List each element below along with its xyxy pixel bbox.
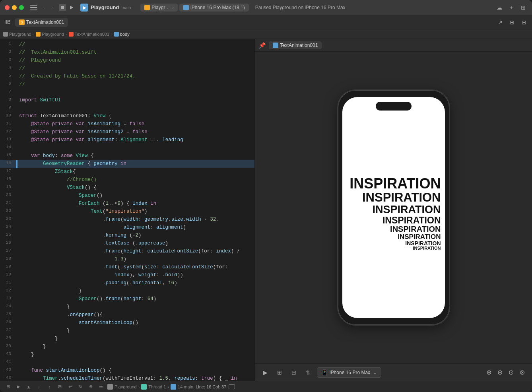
navigator-button[interactable] <box>3 17 13 27</box>
code-line-27[interactable]: 27 .frame(height: calculateFontSize(for:… <box>0 247 254 255</box>
code-line-22[interactable]: 22 Text("inspiration") <box>0 208 254 215</box>
status-icon-9[interactable]: ⊕ <box>87 383 95 391</box>
status-icon-7[interactable]: ↩ <box>66 383 74 391</box>
iphone-screen: INSPIRATION INSPIRATION INSPIRATION INSP… <box>342 97 445 318</box>
run-button[interactable] <box>68 4 76 12</box>
code-line-9[interactable]: 9 <box>0 104 254 112</box>
code-line-38[interactable]: 38 } <box>0 335 254 343</box>
device-selector[interactable]: 📱 iPhone 16 Pro Max ⌄ <box>317 367 381 378</box>
code-line-8[interactable]: 8import SwiftUI <box>0 96 254 104</box>
add-tab-button[interactable]: + <box>507 4 515 12</box>
cloud-icon[interactable]: ☁ <box>495 4 503 12</box>
code-line-26[interactable]: 26 .textCase (.uppercase) <box>0 239 254 247</box>
code-line-13[interactable]: 13 @State private var alignment: Alignme… <box>0 136 254 144</box>
line-number: 4 <box>3 64 16 72</box>
status-icon-8[interactable]: ↻ <box>76 383 84 391</box>
tab-playground[interactable]: Playgr… › <box>140 4 178 12</box>
status-icon-3[interactable]: ▲ <box>25 383 33 391</box>
status-icon-1[interactable]: ⊞ <box>4 383 12 391</box>
status-icon-5[interactable]: ↑ <box>45 383 53 391</box>
line-indicator <box>16 72 17 80</box>
code-line-12[interactable]: 12 @State private var isAnimating2 = fal… <box>0 128 254 136</box>
zoom-fit-button[interactable]: ⊙ <box>506 367 516 378</box>
code-line-24[interactable]: 24 alignment: alignment) <box>0 223 254 231</box>
code-line-2[interactable]: 2// TextAnimation001.swift <box>0 49 254 56</box>
sidebar-toggle[interactable] <box>30 5 37 10</box>
file-tab[interactable]: S TextAnimation001 <box>15 18 68 27</box>
zoom-in-button[interactable]: ⊕ <box>483 367 494 378</box>
grid-button[interactable]: ⊟ <box>288 367 299 378</box>
line-indicator <box>16 192 17 200</box>
code-line-19[interactable]: 19 VStack() { <box>0 184 254 192</box>
code-line-33[interactable]: 33 Spacer().frame(height: 64) <box>0 295 254 303</box>
code-content: 1.3) <box>19 255 251 263</box>
code-line-18[interactable]: 18 //Chrome() <box>0 176 254 184</box>
code-line-25[interactable]: 25 .kerning (-2) <box>0 231 254 239</box>
code-line-21[interactable]: 21 ForEach (1..<9) { index in <box>0 200 254 208</box>
line-number: 3 <box>3 56 16 64</box>
line-number: 23 <box>3 215 16 223</box>
code-line-32[interactable]: 32 } <box>0 287 254 295</box>
forward-button[interactable]: › <box>49 4 56 11</box>
code-line-28[interactable]: 28 1.3) <box>0 255 254 263</box>
code-line-4[interactable]: 4// <box>0 64 254 72</box>
monitor-icon[interactable] <box>229 384 235 389</box>
zoom-out-button[interactable]: ⊖ <box>495 367 505 378</box>
code-line-43[interactable]: 43 Timer.scheduledTimer(withTimeInterval… <box>0 375 254 381</box>
status-icon-6[interactable]: ⊟ <box>56 383 64 391</box>
code-line-17[interactable]: 17 ZStack{ <box>0 168 254 176</box>
rotate-button[interactable]: ⇅ <box>303 367 314 378</box>
code-line-30[interactable]: 30 index), weight: .bold)) <box>0 271 254 279</box>
code-content: // Playground <box>19 56 251 64</box>
inspector-button[interactable]: ⊞ <box>507 17 517 27</box>
split-view-button[interactable]: ⊞ <box>519 4 527 12</box>
code-line-10[interactable]: 10struct TextAnimation001: View { <box>0 112 254 120</box>
back-button[interactable]: ‹ <box>41 4 48 11</box>
code-editor[interactable]: 1//2// TextAnimation001.swift3// Playgro… <box>0 39 254 381</box>
code-line-35[interactable]: 35 .onAppear(){ <box>0 311 254 319</box>
maximize-button[interactable] <box>19 5 24 10</box>
code-line-20[interactable]: 20 Spacer() <box>0 192 254 200</box>
code-line-15[interactable]: 15 var body: some View { <box>0 152 254 160</box>
close-button[interactable] <box>5 5 10 10</box>
code-line-39[interactable]: 39 } <box>0 343 254 351</box>
breadcrumb-file[interactable]: TextAnimation001 <box>69 32 109 37</box>
tab-device[interactable]: iPhone 16 Pro Max (18.1) <box>179 4 249 12</box>
line-indicator <box>16 287 17 295</box>
code-line-36[interactable]: 36 startAnimationLoop() <box>0 319 254 327</box>
zoom-actual-button[interactable]: ⊗ <box>517 367 527 378</box>
code-line-23[interactable]: 23 .frame(width: geometry.size.width - 3… <box>0 215 254 223</box>
panel-toggle-button[interactable]: ⊟ <box>519 17 529 27</box>
status-icon-10[interactable]: ☰ <box>97 383 105 391</box>
code-line-34[interactable]: 34 } <box>0 303 254 311</box>
share-button[interactable]: ↗ <box>495 17 505 27</box>
code-line-16[interactable]: 16 GeometryReader { geometry in <box>0 160 254 168</box>
code-line-11[interactable]: 11 @State private var isAnimating = fals… <box>0 120 254 128</box>
code-line-40[interactable]: 40 } <box>0 351 254 359</box>
minimize-button[interactable] <box>12 5 17 10</box>
pin-button[interactable]: 📌 <box>259 42 266 49</box>
breadcrumb-playground[interactable]: Playground <box>3 32 31 37</box>
code-line-41[interactable]: 41 <box>0 359 254 367</box>
code-line-7[interactable]: 7 <box>0 88 254 96</box>
code-line-37[interactable]: 37 } <box>0 327 254 335</box>
code-line-14[interactable]: 14 <box>0 144 254 152</box>
code-content: func startAnimationLoop() { <box>19 367 251 375</box>
line-number: 21 <box>3 200 16 207</box>
fullscreen-button[interactable]: ⊞ <box>274 367 285 378</box>
inspiration-3: INSPIRATION <box>372 204 441 215</box>
code-line-6[interactable]: 6// <box>0 80 254 88</box>
breadcrumb: Playground › Playground › TextAnimation0… <box>0 29 532 39</box>
status-icon-2[interactable]: ▶ <box>14 383 22 391</box>
play-preview-button[interactable]: ▶ <box>260 367 271 378</box>
code-line-1[interactable]: 1// <box>0 41 254 49</box>
stop-button[interactable] <box>59 4 66 11</box>
code-line-5[interactable]: 5// Created by Fabio Sasso on 11/21/24. <box>0 72 254 80</box>
code-line-42[interactable]: 42 func startAnimationLoop() { <box>0 367 254 375</box>
code-line-3[interactable]: 3// Playground <box>0 56 254 64</box>
breadcrumb-struct[interactable]: body <box>114 32 130 37</box>
code-line-31[interactable]: 31 .padding(.horizontal, 16) <box>0 279 254 287</box>
code-line-29[interactable]: 29 .font(.system(size: calculateFontSize… <box>0 263 254 271</box>
status-icon-4[interactable]: ↓ <box>35 383 43 391</box>
breadcrumb-folder[interactable]: Playground <box>36 32 64 37</box>
